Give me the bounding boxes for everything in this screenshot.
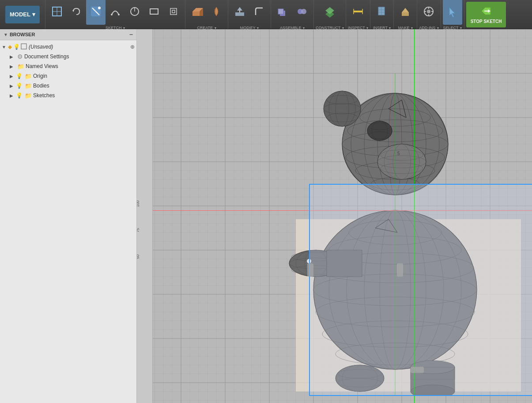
make-buttons — [396, 0, 415, 25]
create-sketch-icon — [50, 4, 64, 19]
tree-item-root[interactable]: ▼ ◆ 💡 (Unsaved) ⊕ — [0, 42, 136, 52]
inspect-buttons — [348, 0, 368, 25]
svg-marker-18 — [237, 7, 242, 11]
tree-item-sketches[interactable]: ▶ 💡 📁 Sketches — [0, 91, 136, 100]
modify-group: MODIFY ▾ — [228, 0, 271, 29]
construct-group: CONSTRUCT ▾ — [314, 0, 346, 29]
named-views-folder-icon: 📁 — [17, 63, 24, 70]
origin-label: Origin — [33, 73, 135, 79]
browser-title: BROWSER — [10, 32, 35, 37]
scripts-icon — [422, 4, 436, 19]
create-revolve-button[interactable] — [207, 0, 226, 25]
create-sketch-button[interactable] — [47, 0, 67, 25]
browser-header-left: ▼ BROWSER — [4, 32, 35, 37]
bodies-arrow[interactable]: ▶ — [10, 84, 16, 88]
create-extrude-button[interactable] — [187, 0, 207, 25]
insert-mesh-icon — [375, 4, 389, 19]
origin-bulb-icon: 💡 — [16, 73, 23, 79]
ruler-tick-75: 75 — [137, 228, 140, 232]
root-options-icon[interactable]: ⊕ — [130, 44, 135, 50]
mode-group: MODEL ▾ — [0, 0, 45, 29]
tree-item-origin[interactable]: ▶ 💡 📁 Origin — [0, 71, 136, 81]
undo-icon — [69, 4, 83, 19]
new-component-button[interactable] — [273, 0, 292, 25]
sketches-bulb-icon: 💡 — [16, 92, 23, 99]
circle-icon — [128, 4, 142, 19]
sketches-folder-icon: 📁 — [25, 92, 32, 99]
arc-button[interactable] — [106, 0, 125, 25]
add-ins-buttons — [419, 0, 438, 25]
doc-settings-arrow[interactable]: ▶ — [10, 54, 16, 59]
model-label: MODEL — [10, 11, 30, 18]
construct-buttons — [320, 0, 340, 25]
create-group: CREATE ▾ — [185, 0, 228, 29]
browser-panel: ▼ BROWSER − ▼ ◆ 💡 (Unsaved) ⊕ — [0, 29, 137, 403]
revolve-icon — [209, 4, 223, 19]
tree-item-bodies[interactable]: ▶ 💡 📁 Bodies — [0, 81, 136, 91]
select-button[interactable] — [443, 0, 462, 25]
assemble-buttons — [273, 0, 312, 25]
root-light-icon: 💡 — [13, 44, 20, 50]
tree-item-doc-settings[interactable]: ▶ ⚙ Document Settings — [0, 52, 136, 61]
svg-point-6 — [98, 7, 101, 9]
left-scroll-handle[interactable] — [307, 263, 313, 277]
make-3d-print-button[interactable] — [396, 0, 415, 25]
right-scroll-handle[interactable] — [397, 263, 403, 277]
svg-point-23 — [301, 9, 306, 14]
tree-item-named-views[interactable]: ▶ 📁 Named Views — [0, 61, 136, 71]
select-group: SELECT ▾ — [441, 0, 464, 29]
measure-icon — [351, 4, 365, 19]
svg-point-65 — [377, 144, 426, 179]
offset-button[interactable] — [164, 0, 183, 25]
svg-rect-26 — [354, 11, 362, 12]
sketch-line-icon — [89, 4, 103, 19]
model-button[interactable]: MODEL ▾ — [5, 6, 40, 23]
create-buttons — [187, 0, 226, 25]
undo-button[interactable] — [67, 0, 86, 25]
sketch-group-label: SKETCH ▾ — [106, 26, 125, 30]
insert-mesh-button[interactable] — [372, 0, 392, 25]
bodies-label: Bodies — [33, 83, 135, 89]
press-pull-icon — [233, 4, 247, 19]
svg-point-71 — [367, 121, 392, 141]
left-ruler: 100 75 50 — [137, 29, 153, 403]
sketch-line-button[interactable] — [86, 0, 106, 25]
origin-arrow[interactable]: ▶ — [10, 74, 16, 79]
root-box-icon — [21, 43, 27, 51]
insert-buttons — [372, 0, 392, 25]
scripts-button[interactable] — [419, 0, 438, 25]
browser-collapse-arrow[interactable]: ▼ — [4, 32, 8, 37]
modify-fillet-button[interactable] — [249, 0, 269, 25]
named-views-arrow[interactable]: ▶ — [10, 64, 16, 69]
browser-content: ▼ ◆ 💡 (Unsaved) ⊕ ▶ ⚙ Document Settings — [0, 40, 136, 403]
bodies-folder-icon: 📁 — [25, 83, 32, 89]
browser-minimize-button[interactable]: − — [129, 31, 133, 38]
svg-rect-13 — [172, 10, 175, 13]
root-arrow[interactable]: ▼ — [2, 45, 8, 49]
root-visibility-icon[interactable]: ◆ — [8, 44, 12, 50]
offset-plane-icon — [323, 4, 337, 19]
svg-rect-17 — [235, 12, 244, 16]
svg-rect-12 — [170, 8, 177, 15]
svg-rect-11 — [150, 9, 158, 14]
inspect-group: INSPECT ▾ — [346, 0, 370, 29]
svg-rect-45 — [21, 44, 26, 49]
named-views-label: Named Views — [26, 63, 135, 69]
offset-plane-button[interactable] — [320, 0, 340, 25]
svg-marker-41 — [449, 8, 455, 17]
joint-button[interactable] — [292, 0, 312, 25]
bottom-scroll-handle[interactable] — [411, 367, 424, 373]
stop-sketch-button[interactable]: STOP SKETCH — [466, 2, 506, 27]
main-area: ▼ BROWSER − ▼ ◆ 💡 (Unsaved) ⊕ — [0, 29, 532, 403]
measure-button[interactable] — [348, 0, 368, 25]
select-buttons — [443, 0, 462, 25]
rectangle-button[interactable] — [144, 0, 164, 25]
circle-button[interactable] — [125, 0, 144, 25]
svg-point-59 — [324, 91, 361, 126]
viewport[interactable]: 5 + Place first corner 100 75 50 — [137, 29, 532, 403]
sketch-buttons-row — [47, 0, 183, 25]
svg-rect-21 — [278, 9, 283, 14]
sketches-arrow[interactable]: ▶ — [10, 93, 16, 98]
modify-press-pull-button[interactable] — [230, 0, 249, 25]
ruler-tick-100: 100 — [137, 200, 140, 207]
